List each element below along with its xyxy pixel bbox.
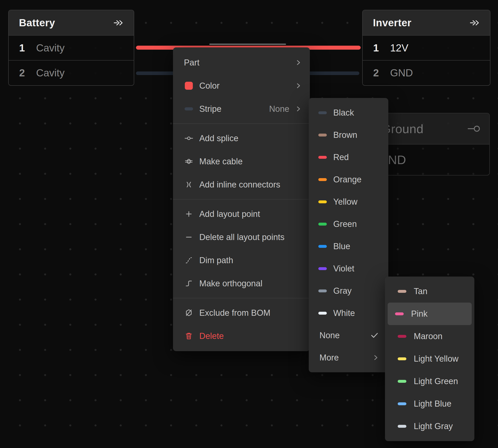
color-option-light-green[interactable]: Light Green xyxy=(388,370,472,393)
menu-item-exclude-from-bom[interactable]: Exclude from BOM xyxy=(173,301,310,324)
dim-path-icon xyxy=(185,257,193,264)
color-option-light-gray[interactable]: Light Gray xyxy=(388,415,472,437)
color-option-tan[interactable]: Tan xyxy=(388,280,472,303)
battery-pin-row-2[interactable]: 2 Cavity xyxy=(9,60,134,85)
color-pill xyxy=(318,312,327,315)
color-option-gray[interactable]: Gray xyxy=(309,280,388,302)
stripe-value: None xyxy=(269,104,289,114)
chevron-right-icon xyxy=(296,82,301,89)
stripe-swatch-icon xyxy=(185,107,193,111)
color-option-black[interactable]: Black xyxy=(309,101,388,124)
plus-icon xyxy=(185,211,193,217)
color-option-white[interactable]: White xyxy=(309,302,388,324)
harness-editor-canvas: { "canvas": { "background": "#0c0c0c", "… xyxy=(0,0,498,448)
inverter-title: Inverter xyxy=(373,17,412,29)
inverter-header[interactable]: Inverter xyxy=(363,10,490,35)
pin-label: Cavity xyxy=(36,42,65,54)
color-option-red[interactable]: Red xyxy=(309,146,388,168)
color-pill xyxy=(318,200,327,203)
color-pill xyxy=(395,312,404,315)
more-colors-submenu: Tan Pink Maroon Light Yellow Light Green… xyxy=(385,276,474,441)
color-pill xyxy=(398,402,406,405)
ground-title: Ground xyxy=(382,122,424,136)
inverter-pin-row-1[interactable]: 1 12V xyxy=(363,35,490,60)
connector-inverter[interactable]: Inverter 1 12V 2 GND xyxy=(362,10,490,86)
menu-item-stripe[interactable]: Stripe None xyxy=(173,97,310,120)
battery-title: Battery xyxy=(19,17,55,29)
color-submenu: Black Brown Red Orange Yellow Green Blue… xyxy=(309,98,388,372)
splice-icon xyxy=(185,135,193,141)
pin-port-icon xyxy=(467,125,481,132)
collapse-pins-icon[interactable] xyxy=(470,19,480,26)
color-option-violet[interactable]: Violet xyxy=(309,257,388,280)
color-option-maroon[interactable]: Maroon xyxy=(388,325,472,348)
orthogonal-icon xyxy=(185,280,193,287)
color-option-more[interactable]: More xyxy=(309,347,388,369)
color-pill xyxy=(398,380,406,383)
chevron-right-icon xyxy=(373,354,378,361)
color-pill xyxy=(318,245,327,248)
wire-segment-indicator xyxy=(209,44,286,45)
color-option-light-blue[interactable]: Light Blue xyxy=(388,393,472,415)
color-swatch-icon xyxy=(185,82,193,90)
color-pill xyxy=(398,335,406,338)
pin-number: 2 xyxy=(19,67,36,79)
menu-item-make-orthogonal[interactable]: Make orthogonal xyxy=(173,272,310,295)
color-option-orange[interactable]: Orange xyxy=(309,168,388,191)
pin-label: Cavity xyxy=(36,67,65,79)
menu-item-add-layout-point[interactable]: Add layout point xyxy=(173,202,310,225)
chevron-right-icon xyxy=(296,59,301,66)
menu-divider xyxy=(173,298,310,298)
menu-item-add-inline-connectors[interactable]: Add inline connectors xyxy=(173,173,310,196)
color-option-brown[interactable]: Brown xyxy=(309,124,388,146)
pin-number: 1 xyxy=(373,42,390,54)
color-option-pink[interactable]: Pink xyxy=(388,303,472,325)
checkmark-icon xyxy=(371,333,378,338)
menu-item-dim-path[interactable]: Dim path xyxy=(173,249,310,272)
color-option-green[interactable]: Green xyxy=(309,213,388,235)
color-option-light-yellow[interactable]: Light Yellow xyxy=(388,348,472,370)
ground-pin-row-1[interactable]: GND xyxy=(383,144,489,175)
color-pill xyxy=(318,111,327,114)
menu-item-part[interactable]: Part xyxy=(173,51,310,74)
color-pill xyxy=(318,267,327,270)
pin-number: 1 xyxy=(19,42,36,54)
battery-header[interactable]: Battery xyxy=(9,10,134,35)
color-pill xyxy=(318,223,327,225)
wire-context-menu: Part Color Stripe None Add splice xyxy=(173,48,310,351)
color-option-blue[interactable]: Blue xyxy=(309,235,388,257)
color-pill xyxy=(318,134,327,137)
color-pill xyxy=(318,289,327,292)
color-option-none[interactable]: None xyxy=(309,324,388,347)
inverter-pin-row-2[interactable]: 2 GND xyxy=(363,60,490,85)
color-pill xyxy=(318,156,327,159)
color-pill xyxy=(398,357,406,360)
color-option-yellow[interactable]: Yellow xyxy=(309,191,388,213)
color-pill xyxy=(398,425,406,428)
pin-label: 12V xyxy=(390,42,408,54)
menu-item-delete-all-layout-points[interactable]: Delete all layout points xyxy=(173,225,310,249)
color-pill xyxy=(318,178,327,181)
cable-icon xyxy=(185,158,193,164)
color-pill xyxy=(398,290,406,293)
pin-number: 2 xyxy=(373,67,390,79)
collapse-pins-icon[interactable] xyxy=(113,19,124,26)
trash-icon xyxy=(185,332,193,340)
menu-item-color[interactable]: Color xyxy=(173,74,310,97)
menu-divider xyxy=(173,199,310,199)
exclude-bom-icon xyxy=(185,309,193,317)
menu-item-add-splice[interactable]: Add splice xyxy=(173,127,310,150)
menu-divider xyxy=(173,123,310,124)
pin-label: GND xyxy=(390,67,413,79)
ground-header[interactable]: Ground xyxy=(383,113,489,144)
menu-item-make-cable[interactable]: Make cable xyxy=(173,150,310,173)
chevron-right-icon xyxy=(296,106,301,112)
minus-icon xyxy=(185,234,193,240)
connector-ground[interactable]: Ground GND xyxy=(382,113,490,176)
menu-item-delete[interactable]: Delete xyxy=(173,324,310,348)
inline-connectors-icon xyxy=(185,181,193,188)
connector-battery[interactable]: Battery 1 Cavity 2 Cavity xyxy=(8,10,134,86)
battery-pin-row-1[interactable]: 1 Cavity xyxy=(9,35,134,60)
